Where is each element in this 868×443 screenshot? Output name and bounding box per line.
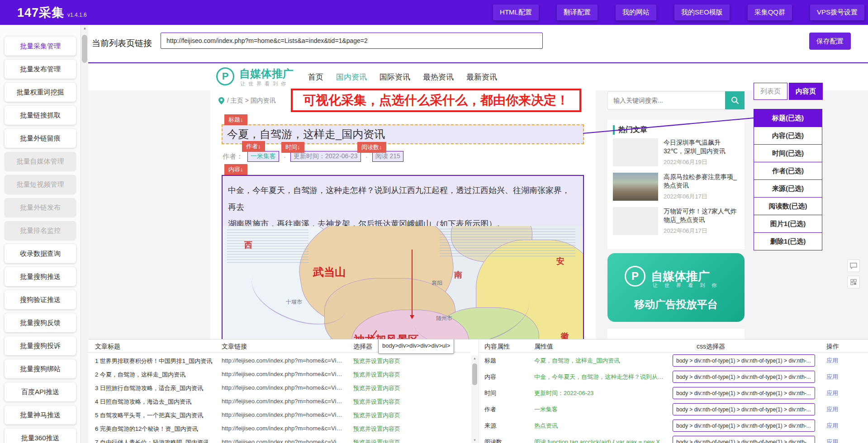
sidebar-item-backlink-trace[interactable]: 批量外链留痕 bbox=[5, 129, 76, 148]
hot-article-item[interactable]: 今日深圳事气温飙升32℃，深圳_国内资讯 2022年06月19日 bbox=[613, 138, 739, 166]
tab-list-page[interactable]: 列表页 bbox=[754, 83, 787, 100]
sidebar-item-index-query[interactable]: 收录数据查询 bbox=[5, 244, 76, 263]
sidebar-item-collect-manage[interactable]: 批量采集管理 bbox=[5, 37, 76, 56]
apply-link[interactable]: 应用 bbox=[826, 405, 838, 414]
map-smallprint bbox=[227, 230, 308, 265]
css-selector-input[interactable] bbox=[673, 354, 815, 367]
col-attr-name: 内容属性 bbox=[484, 343, 510, 351]
tag-title[interactable]: 标题↓ bbox=[224, 114, 247, 125]
sidebar-item-sogou-feedback[interactable]: 批量搜狗反馈 bbox=[5, 313, 76, 332]
site-nav-domestic[interactable]: 国内资讯 bbox=[336, 72, 367, 82]
topnav-my-sites[interactable]: 我的网站 bbox=[616, 5, 656, 20]
list-selector-input[interactable] bbox=[378, 339, 454, 354]
tag-time[interactable]: 时间↓ bbox=[281, 142, 304, 153]
tag-reads[interactable]: 阅读数↓ bbox=[357, 142, 386, 153]
site-nav-international[interactable]: 国际资讯 bbox=[379, 72, 410, 82]
row-title: 3 日照旅行自驾游攻略，适合亲_国内资讯 bbox=[95, 384, 216, 392]
site-nav-hottest[interactable]: 最热资讯 bbox=[423, 72, 454, 82]
attr-row-title: 标题 今夏，自驾游，这样走_国内资讯 应用 bbox=[479, 352, 868, 368]
attr-name: 标题 bbox=[484, 357, 496, 365]
site-nav-latest[interactable]: 最新资讯 bbox=[466, 72, 497, 82]
ad-banner[interactable]: P 自媒体推广 让 世 界 看 到 你 移动广告投放平台 bbox=[607, 253, 745, 322]
list-url-input[interactable] bbox=[161, 33, 543, 49]
field-content-selected[interactable]: 内容(已选) bbox=[754, 127, 822, 145]
preview-set-content-link[interactable]: 预览并设置内容页 bbox=[353, 438, 400, 443]
search-input[interactable] bbox=[607, 91, 725, 109]
preview-set-content-link[interactable]: 预览并设置内容页 bbox=[353, 357, 400, 365]
apply-link[interactable]: 应用 bbox=[826, 422, 838, 430]
css-selector-input[interactable] bbox=[673, 419, 815, 432]
scrollbar-thumb[interactable] bbox=[472, 363, 477, 385]
list-table-scrollbar[interactable]: ▲ ▼ bbox=[471, 355, 478, 443]
apply-link[interactable]: 应用 bbox=[826, 389, 838, 397]
attr-value: 热点资讯 bbox=[534, 422, 668, 430]
row-link: http://feijiseo.com/index.php?m=home&c=V… bbox=[222, 398, 344, 405]
article-thumbnail bbox=[613, 173, 658, 201]
list-row-4: 4 日照自驾游攻略，海边去_国内资讯 http://feijiseo.com/i… bbox=[88, 395, 470, 408]
hot-article-item[interactable]: 万物皆可炸！这7家人气炸物店_热点资讯 2022年06月17日 bbox=[613, 207, 739, 235]
apply-link[interactable]: 应用 bbox=[826, 357, 838, 365]
qr-code-button[interactable] bbox=[847, 276, 860, 288]
site-search bbox=[607, 91, 745, 109]
attr-row-reads: 阅读数 阅读 function tag arcclick(aid) { var … bbox=[479, 434, 868, 443]
field-author-selected[interactable]: 作者(已选) bbox=[754, 162, 822, 180]
main-scrollbar[interactable]: ▲ bbox=[81, 25, 88, 443]
sidebar-item-sogou-bind[interactable]: 批量搜狗绑站 bbox=[5, 359, 76, 378]
preview-set-content-link[interactable]: 预览并设置内容页 bbox=[353, 425, 400, 433]
field-image1-selected[interactable]: 图片1(已选) bbox=[754, 215, 822, 233]
scroll-down-icon[interactable]: ▼ bbox=[471, 437, 478, 443]
topnav-translate-config[interactable]: 翻译配置 bbox=[557, 5, 598, 20]
feedback-bubble-button[interactable] bbox=[847, 259, 860, 272]
author-selection-box[interactable]: 一米集客 bbox=[247, 151, 279, 162]
css-selector-input[interactable] bbox=[673, 387, 815, 399]
hot-articles-title: 热门文章 bbox=[613, 125, 739, 135]
sidebar-item-360-push[interactable]: 批量360推送 bbox=[5, 429, 76, 443]
list-row-1: 1 世界男排联赛积分榜！中国男排1_国内资讯 http://feijiseo.c… bbox=[88, 354, 470, 368]
sidebar-item-shenma-push[interactable]: 批量神马推送 bbox=[5, 405, 76, 424]
app-logo: 147采集 bbox=[17, 5, 64, 21]
site-nav-home[interactable]: 首页 bbox=[308, 72, 323, 82]
apply-link[interactable]: 应用 bbox=[826, 438, 838, 443]
row-title: 2 今夏，自驾游，这样走_国内资讯 bbox=[95, 371, 216, 379]
css-selector-input[interactable] bbox=[673, 403, 815, 415]
site-preview: P 自媒体推广 让世界看到你 首页 国内资讯 国际资讯 最热资讯 最新资讯 / … bbox=[88, 62, 868, 339]
sidebar-item-sogou-push[interactable]: 批量搜狗推送 bbox=[5, 267, 76, 286]
tab-content-page[interactable]: 内容页 bbox=[789, 83, 823, 100]
sidebar-item-baidu-api-push[interactable]: 百度API推送 bbox=[5, 382, 76, 401]
preview-set-content-link[interactable]: 预览并设置内容页 bbox=[353, 411, 400, 419]
field-source-selected[interactable]: 来源(已选) bbox=[754, 179, 822, 198]
scroll-up-icon[interactable]: ▲ bbox=[81, 25, 89, 32]
save-config-button[interactable]: 保存配置 bbox=[809, 33, 851, 50]
field-delete1-selected[interactable]: 删除1(已选) bbox=[754, 232, 822, 250]
article-thumbnail bbox=[613, 207, 658, 235]
field-time-selected[interactable]: 时间(已选) bbox=[754, 144, 822, 162]
preview-set-content-link[interactable]: 预览并设置内容页 bbox=[353, 371, 400, 379]
content-selection-box[interactable]: 中金，今年夏天，自驾游，这种走怎样？说到从江西九江起程，透过江西始兴、往湖南张家… bbox=[222, 175, 584, 339]
tag-content[interactable]: 内容↓ bbox=[224, 164, 247, 175]
field-reads-selected[interactable]: 阅读数(已选) bbox=[754, 197, 822, 215]
sidebar-item-keyword-mining[interactable]: 批量权重词挖掘 bbox=[5, 83, 76, 102]
topnav-vps-dial[interactable]: VPS拨号设置 bbox=[810, 5, 864, 20]
css-selector-input[interactable] bbox=[673, 436, 815, 443]
css-selector-input[interactable] bbox=[673, 371, 815, 383]
hot-article-item[interactable]: 高原马拉松参赛注意事项_热点资讯 2022年06月17日 bbox=[613, 173, 739, 201]
search-button[interactable] bbox=[725, 91, 745, 109]
topnav-qq-group[interactable]: 采集QQ群 bbox=[748, 5, 792, 20]
sidebar-item-publish-manage[interactable]: 批量发布管理 bbox=[5, 60, 76, 79]
col-selector: 选择器 bbox=[353, 343, 372, 351]
list-row-3: 3 日照旅行自驾游攻略，适合亲_国内资讯 http://feijiseo.com… bbox=[88, 381, 470, 395]
title-selection-box[interactable]: 今夏，自驾游，这样走_国内资讯 bbox=[222, 124, 584, 144]
scroll-up-icon[interactable]: ▲ bbox=[471, 355, 478, 362]
sidebar-item-link-grab[interactable]: 批量链接抓取 bbox=[5, 106, 76, 125]
preview-set-content-link[interactable]: 预览并设置内容页 bbox=[353, 398, 400, 406]
tag-author[interactable]: 作者↓ bbox=[242, 141, 265, 152]
sidebar-item-sogou-complaint[interactable]: 批量搜狗投诉 bbox=[5, 336, 76, 355]
field-title-selected[interactable]: 标题(已选) bbox=[754, 109, 822, 127]
preview-set-content-link[interactable]: 预览并设置内容页 bbox=[353, 384, 400, 392]
topnav-html-config[interactable]: HTML配置 bbox=[493, 5, 539, 20]
topnav-seo-template[interactable]: 我的SEO模版 bbox=[674, 5, 730, 20]
apply-link[interactable]: 应用 bbox=[826, 373, 838, 381]
scrollbar-thumb[interactable] bbox=[82, 35, 87, 63]
sidebar-item-sogou-verify-push[interactable]: 搜狗验证推送 bbox=[5, 290, 76, 309]
selector-field-list: 标题(已选) 内容(已选) 时间(已选) 作者(已选) 来源(已选) 阅读数(已… bbox=[754, 109, 822, 250]
